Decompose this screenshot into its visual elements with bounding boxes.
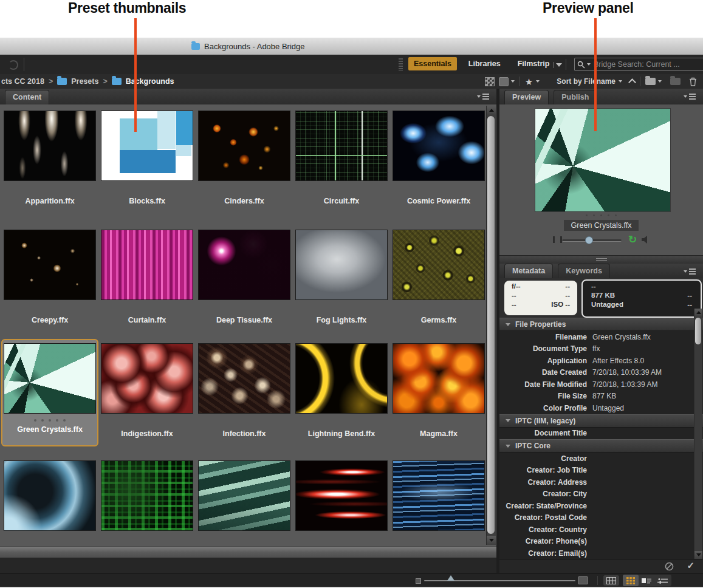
preset-item-cinders-ffx[interactable]: Cinders.ffx [196,109,293,205]
preset-item-apparition-ffx[interactable]: Apparition.ffx [1,109,98,205]
view-thumbnails-button[interactable] [623,575,639,586]
tab-preview[interactable]: Preview [504,90,549,104]
tab-keywords[interactable]: Keywords [558,264,610,278]
preset-thumbnail[interactable] [198,460,290,531]
scroll-up-button[interactable] [487,106,496,115]
rating-dot[interactable] [49,419,51,422]
preset-item-creepy-ffx[interactable]: Creepy.ffx [1,228,98,324]
preview-image[interactable] [535,108,671,212]
pause-icon[interactable] [553,236,562,243]
preset-thumbnail[interactable] [198,343,290,414]
speaker-icon[interactable] [642,236,650,244]
preset-thumbnail[interactable] [101,230,193,300]
grip-handle[interactable] [399,58,403,71]
trash-icon[interactable] [689,77,697,86]
sort-dropdown-icon[interactable] [619,80,622,83]
preset-item-racing-rectangles-ffx[interactable]: Racing Rectangles.ffx [196,459,293,546]
new-folder-icon[interactable] [670,78,681,85]
disclosure-triangle-icon[interactable] [506,419,510,422]
preset-item-green-crystals-ffx[interactable]: Green Crystals.ffx [1,339,98,446]
preset-item-pixels-ffx[interactable]: Pixels.ffx [98,459,196,546]
refresh-icon[interactable] [9,60,18,70]
cancel-icon[interactable] [665,562,674,571]
lock-grid-button[interactable] [603,575,619,586]
preset-item-lightning-bend-ffx[interactable]: Lightning Bend.ffx [293,342,390,438]
rating-dot[interactable] [63,419,66,422]
workspace-switcher[interactable] [553,62,562,68]
rating-dots[interactable] [2,419,97,422]
view-list-button[interactable] [654,575,670,586]
preset-item-curtain-ffx[interactable]: Curtain.ffx [98,228,196,324]
preset-thumbnail[interactable] [393,111,485,181]
preset-item-deep-tissue-ffx[interactable]: Deep Tissue.ffx [196,228,293,324]
preset-thumbnail[interactable] [198,230,290,300]
search-input[interactable] [592,60,701,69]
rating-dot[interactable] [608,214,609,216]
preset-thumbnail[interactable] [295,343,388,414]
metadata-section-file-properties[interactable]: File Properties [499,318,703,331]
scroll-up-button[interactable] [694,309,702,316]
preset-thumbnail[interactable] [4,111,96,181]
preset-item-red-speed-ffx[interactable]: Red Speed.ffx [293,459,390,546]
rating-dot[interactable] [34,419,36,422]
tab-publish[interactable]: Publish [554,90,597,104]
content-scrollbar[interactable] [486,106,496,545]
preset-item-germs-ffx[interactable]: Germs.ffx [390,228,487,324]
rating-dot[interactable] [56,419,58,422]
workspace-tab-essentials[interactable]: Essentials [408,57,457,70]
breadcrumb-root[interactable]: cts CC 2018 [1,77,44,86]
playback-slider-thumb[interactable] [585,236,593,244]
preset-item-fog-lights-ffx[interactable]: Fog Lights.ffx [293,228,390,324]
preset-item-cosmic-power-ffx[interactable]: Cosmic Power.ffx [390,109,487,205]
metadata-section-iptc-core[interactable]: IPTC Core [499,439,703,453]
preset-thumbnail[interactable] [295,111,388,181]
chevron-down-icon[interactable] [511,80,515,83]
preset-thumbnail[interactable] [393,343,485,414]
panel-menu-icon[interactable] [477,94,489,100]
search-scope-dropdown-icon[interactable] [587,63,591,66]
zoom-in-icon[interactable] [578,576,588,584]
rating-filter-icon[interactable]: ★ [525,77,533,86]
rating-dot[interactable] [593,214,595,216]
loop-icon[interactable]: ↻ [628,233,637,246]
preset-thumbnail[interactable] [101,460,193,531]
open-folder-icon[interactable] [645,78,656,85]
preset-thumbnail[interactable] [393,460,485,531]
view-details-button[interactable] [639,575,654,586]
chevron-down-icon[interactable] [658,80,662,83]
rating-dot[interactable] [41,419,44,422]
rating-dot[interactable] [586,214,588,216]
chevron-down-icon[interactable] [536,80,540,83]
metadata-scrollbar[interactable] [694,309,702,559]
panel-menu-icon[interactable] [684,268,696,275]
preset-thumbnail[interactable] [295,230,388,300]
preset-item-blocks-ffx[interactable]: Blocks.ffx [98,109,196,205]
preset-thumbnail[interactable] [295,460,388,531]
preset-thumbnail[interactable] [101,343,193,414]
scrollbar-thumb[interactable] [695,318,701,344]
scroll-down-button[interactable] [694,551,702,559]
sort-ascending-icon[interactable] [628,78,636,86]
preset-thumbnail[interactable] [4,230,96,300]
metadata-section-iptc-iim-legacy[interactable]: IPTC (IIM, legacy) [499,414,703,428]
title-bar[interactable]: Backgrounds - Adobe Bridge [0,38,703,55]
tab-content[interactable]: Content [5,90,49,104]
preset-item-circuit-ffx[interactable]: Circuit.ffx [293,109,390,205]
preset-item-orb-ffx[interactable]: Orb.ffx [1,459,98,546]
scroll-down-button[interactable] [487,536,496,545]
breadcrumb-backgrounds[interactable]: Backgrounds [126,77,174,86]
rating-dot[interactable] [600,214,602,216]
thumbnail-quality-icon[interactable] [499,77,509,86]
preset-thumbnail[interactable] [101,111,193,181]
preset-item-river-ffx[interactable]: River.ffx [390,459,487,546]
zoom-out-icon[interactable] [416,578,421,584]
preset-thumbnail[interactable] [393,230,485,300]
workspace-tab-filmstrip[interactable]: Filmstrip [512,57,555,70]
rating-dot[interactable] [615,214,617,216]
tab-metadata[interactable]: Metadata [504,264,553,278]
preset-item-indigestion-ffx[interactable]: Indigestion.ffx [98,342,196,438]
preview-rating-dots[interactable] [499,214,703,216]
panel-menu-icon[interactable] [684,94,696,100]
preset-item-infection-ffx[interactable]: Infection.ffx [196,342,293,438]
search-box[interactable] [574,58,703,71]
